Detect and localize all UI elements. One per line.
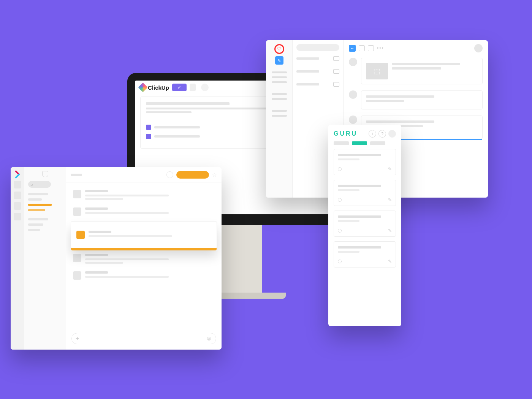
compose-button[interactable]: ✎ [275, 56, 283, 65]
star-icon[interactable]: ☆ [212, 172, 217, 178]
guru-card[interactable]: ✎ [334, 211, 396, 237]
channel-item[interactable] [28, 229, 40, 231]
message-block [349, 90, 483, 109]
edit-icon[interactable]: ✎ [388, 197, 392, 203]
status-dot-icon [338, 167, 342, 171]
guru-panel: GURU + ? ✎ ✎ ✎ [328, 125, 401, 326]
sender-avatar [349, 90, 357, 99]
workspace-add[interactable] [14, 213, 21, 220]
clickup-mark-icon [138, 82, 147, 92]
clock-icon[interactable] [359, 45, 365, 51]
message-item[interactable] [73, 250, 215, 268]
msg-line [366, 95, 434, 98]
edit-icon[interactable]: ✎ [388, 166, 392, 172]
msg-text [85, 198, 123, 200]
channel-name-placeholder [71, 174, 82, 176]
channel-item[interactable] [28, 218, 48, 220]
guru-tabs [334, 141, 396, 145]
back-icon: ← [350, 46, 355, 51]
workspace-switcher[interactable] [14, 192, 21, 199]
guru-logo[interactable]: GURU [334, 130, 366, 137]
status-dot-icon [338, 229, 342, 233]
user-avatar-highlight [76, 231, 85, 239]
task-title-placeholder [146, 102, 230, 105]
card-title [338, 185, 381, 187]
notifications-icon[interactable] [42, 171, 48, 177]
guru-tab[interactable] [370, 141, 385, 145]
action-pill[interactable] [176, 171, 209, 179]
rail-item[interactable] [272, 81, 287, 83]
inbox-item[interactable] [296, 56, 339, 61]
user-avatar[interactable] [474, 44, 483, 52]
message-block [349, 58, 483, 84]
crm-heart-logo-icon[interactable] [274, 44, 284, 54]
msg-author [89, 231, 111, 233]
rail-item[interactable] [272, 76, 287, 78]
message-card[interactable] [361, 90, 483, 109]
back-button[interactable]: ← [349, 45, 356, 52]
clickup-logo[interactable]: ClickUp [139, 84, 169, 91]
status-dot-icon [338, 260, 342, 263]
rail-item[interactable] [272, 115, 287, 117]
chat-icon [333, 69, 339, 74]
inbox-item[interactable] [296, 69, 339, 74]
workspace-switcher[interactable] [14, 181, 21, 188]
add-button[interactable]: + [369, 130, 376, 138]
channel-item-unread[interactable] [28, 209, 45, 211]
archive-icon[interactable] [368, 45, 374, 51]
guru-card[interactable]: ✎ [334, 180, 396, 206]
guru-header: GURU + ? [334, 130, 396, 138]
message-card[interactable] [361, 58, 483, 84]
msg-author [85, 271, 108, 274]
channel-item-active[interactable] [28, 204, 52, 206]
profile-avatar[interactable] [388, 130, 396, 138]
card-title [338, 215, 381, 218]
message-item[interactable] [73, 186, 215, 204]
rail-item[interactable] [272, 98, 287, 100]
guru-tab-active[interactable] [352, 141, 367, 145]
msg-author [85, 207, 108, 210]
sidebar-search[interactable] [28, 181, 51, 188]
card-subtitle [338, 189, 359, 191]
message-item[interactable] [73, 268, 215, 283]
rail-item[interactable] [272, 71, 287, 73]
guru-tab[interactable] [334, 141, 349, 145]
plus-icon[interactable]: + [76, 335, 79, 342]
msg-text [89, 235, 172, 237]
more-button[interactable]: ••• [377, 46, 384, 51]
guru-card[interactable]: ✎ [334, 241, 396, 268]
user-avatar [73, 254, 81, 262]
message-item[interactable] [73, 204, 215, 220]
image-attachment-icon [366, 63, 388, 79]
clickup-avatar[interactable] [201, 84, 209, 91]
inbox-item-label [296, 83, 319, 86]
emoji-icon[interactable]: ☺ [206, 335, 212, 342]
edit-icon[interactable]: ✎ [388, 228, 392, 233]
channel-item[interactable] [28, 193, 48, 195]
msg-text [85, 195, 169, 196]
slack-sidebar [24, 167, 66, 350]
edit-icon[interactable]: ✎ [388, 259, 392, 264]
checkbox-icon[interactable] [146, 125, 151, 130]
rail-item[interactable] [272, 93, 287, 95]
help-button[interactable]: ? [378, 130, 386, 138]
inbox-item[interactable] [296, 82, 339, 87]
clickup-pill-secondary[interactable] [190, 84, 196, 91]
crm-nav-rail: ✎ [266, 40, 293, 198]
message-item-highlight[interactable] [71, 221, 217, 249]
crm-toolbar: ← ••• [349, 44, 483, 52]
guru-card[interactable]: ✎ [334, 149, 396, 175]
clickup-name: ClickUp [148, 84, 169, 91]
clickup-done-pill[interactable]: ✓ [172, 84, 187, 91]
channel-item[interactable] [28, 198, 42, 201]
message-composer[interactable]: + ☺ [71, 333, 216, 344]
msg-line [392, 67, 441, 70]
user-avatar [73, 271, 81, 280]
workspace-switcher[interactable] [14, 202, 21, 210]
search-icon[interactable] [166, 171, 173, 178]
checkbox-icon[interactable] [146, 134, 151, 139]
crm-search-input[interactable] [296, 44, 339, 51]
channel-item[interactable] [28, 223, 43, 226]
rail-item[interactable] [272, 110, 287, 112]
slack-logo-icon[interactable] [14, 171, 21, 178]
